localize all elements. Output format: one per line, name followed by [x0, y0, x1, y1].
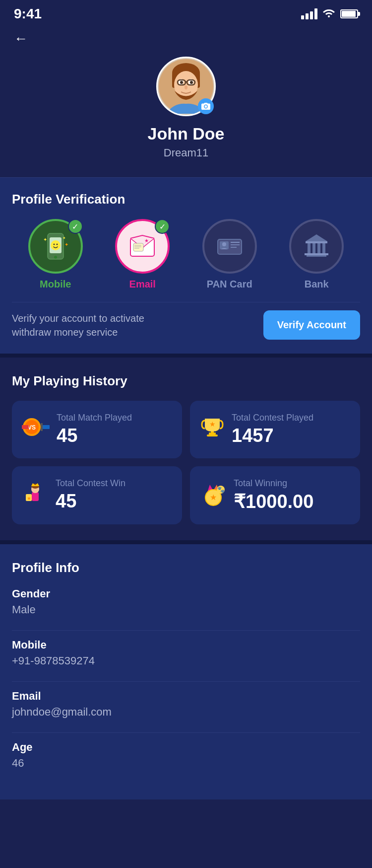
- gender-value: Male: [12, 603, 360, 616]
- svg-rect-36: [306, 241, 327, 243]
- verify-banner: Verify your account to activate withdraw…: [12, 302, 360, 340]
- verify-icon-wrap-email: ★ ✓: [115, 219, 170, 274]
- back-arrow-icon: ←: [14, 31, 28, 46]
- svg-point-7: [180, 81, 183, 84]
- contest-card-value: 1457: [232, 425, 313, 446]
- svg-rect-47: [22, 425, 29, 429]
- svg-text:★: ★: [209, 420, 216, 428]
- bank-icon-bg: [289, 219, 344, 274]
- contest-card-content: Total Contest Played 1457: [232, 413, 313, 446]
- profile-name: John Doe: [148, 124, 225, 144]
- email-checkmark: ✓: [155, 219, 170, 234]
- email-value: johndoe@gmail.com: [12, 706, 360, 719]
- verification-title: Profile Verification: [12, 192, 360, 207]
- svg-rect-42: [307, 255, 326, 257]
- avatar-wrapper: [156, 57, 216, 116]
- svg-rect-37: [308, 243, 310, 253]
- svg-text:🐾: 🐾: [217, 486, 225, 493]
- info-row-email: Email johndoe@gmail.com: [12, 690, 360, 719]
- profile-info-title: Profile Info: [12, 560, 360, 576]
- verify-item-mobile: ✦ ✦ ✦ ✓ Mobile: [28, 219, 83, 290]
- svg-rect-39: [317, 243, 320, 253]
- win-card-value: 45: [56, 491, 125, 512]
- svg-rect-51: [207, 434, 218, 436]
- svg-rect-41: [305, 253, 328, 255]
- svg-rect-49: [41, 423, 43, 431]
- divider-1: [12, 630, 360, 631]
- match-card-value: 45: [57, 425, 132, 446]
- age-value: 46: [12, 757, 360, 770]
- email-label-info: Email: [12, 690, 360, 703]
- svg-text:★: ★: [144, 238, 149, 243]
- history-card-winning: ★ 🐾 Total Winning ₹1000.00: [190, 466, 360, 524]
- history-card-contest: ★ Total Contest Played 1457: [190, 401, 360, 458]
- history-section: My Playing History VS: [0, 354, 372, 540]
- mobile-checkmark: ✓: [68, 219, 83, 234]
- pan-label: PAN Card: [207, 279, 252, 290]
- verify-account-button[interactable]: Verify Account: [263, 310, 360, 340]
- match-card-content: Total Match Played 45: [57, 413, 132, 446]
- mobile-label-info: Mobile: [12, 639, 360, 651]
- verification-section: Profile Verification: [0, 177, 372, 354]
- svg-text:★: ★: [27, 496, 31, 501]
- win-icon: ★: [22, 479, 49, 511]
- winning-icon: ★ 🐾: [200, 480, 227, 511]
- profile-info-section: Profile Info Gender Male Mobile +91-9878…: [0, 540, 372, 799]
- svg-rect-38: [312, 243, 315, 253]
- history-card-match: VS Total Match Played 45: [12, 401, 182, 458]
- svg-point-18: [56, 244, 58, 245]
- svg-text:✦: ✦: [43, 237, 47, 242]
- contest-card-label: Total Contest Played: [232, 413, 313, 423]
- history-card-winning-top: ★ 🐾 Total Winning ₹1000.00: [200, 478, 350, 512]
- winning-card-label: Total Winning: [234, 478, 313, 489]
- svg-text:VS: VS: [28, 424, 36, 431]
- svg-rect-54: [32, 492, 39, 501]
- camera-badge[interactable]: [198, 98, 214, 114]
- info-row-gender: Gender Male: [12, 587, 360, 616]
- win-card-label: Total Contest Win: [56, 478, 125, 489]
- history-card-contest-top: ★ Total Contest Played 1457: [200, 413, 350, 446]
- svg-rect-48: [43, 425, 50, 429]
- gender-label: Gender: [12, 587, 360, 600]
- verify-item-pan: PAN Card: [202, 219, 257, 290]
- verify-icon-wrap-mobile: ✦ ✦ ✦ ✓: [28, 219, 83, 274]
- svg-point-12: [185, 85, 187, 89]
- verify-item-bank: Bank: [289, 219, 344, 290]
- history-card-match-top: VS Total Match Played 45: [22, 413, 172, 446]
- bank-label: Bank: [305, 279, 329, 290]
- svg-rect-40: [322, 243, 325, 253]
- info-row-mobile: Mobile +91-9878539274: [12, 639, 360, 667]
- match-card-label: Total Match Played: [57, 413, 132, 423]
- svg-point-22: [54, 256, 57, 259]
- svg-text:★: ★: [210, 493, 217, 502]
- email-label: Email: [129, 279, 156, 290]
- svg-text:✦: ✦: [62, 236, 66, 240]
- svg-point-8: [190, 81, 193, 84]
- history-card-win-top: ★ Total Contest Win 45: [22, 478, 172, 512]
- verify-item-email: ★ ✓ Email: [115, 219, 170, 290]
- status-icons: [301, 7, 358, 20]
- mobile-value: +91-9878539274: [12, 654, 360, 667]
- history-card-win: ★ Total Contest Win 45: [12, 466, 182, 524]
- mobile-label: Mobile: [40, 279, 71, 290]
- verify-icon-wrap-pan: [202, 219, 257, 274]
- match-icon: VS: [22, 416, 50, 443]
- profile-header: John Doe Dream11: [0, 57, 372, 177]
- signal-icon: [301, 8, 317, 19]
- winning-card-value: ₹1000.00: [234, 491, 313, 512]
- history-grid: VS Total Match Played 45: [12, 401, 360, 524]
- pan-icon-bg: [202, 219, 257, 274]
- svg-point-13: [205, 105, 207, 108]
- info-row-age: Age 46: [12, 741, 360, 770]
- divider-3: [12, 732, 360, 733]
- back-button[interactable]: ←: [0, 26, 372, 57]
- profile-team: Dream11: [164, 146, 208, 159]
- svg-text:✦: ✦: [64, 242, 68, 247]
- verify-icon-wrap-bank: [289, 219, 344, 274]
- history-title: My Playing History: [12, 373, 360, 389]
- winning-card-content: Total Winning ₹1000.00: [234, 478, 313, 512]
- divider-2: [12, 681, 360, 682]
- status-bar: 9:41: [0, 0, 372, 26]
- verification-icons: ✦ ✦ ✦ ✓ Mobile: [12, 219, 360, 290]
- svg-point-31: [222, 242, 226, 246]
